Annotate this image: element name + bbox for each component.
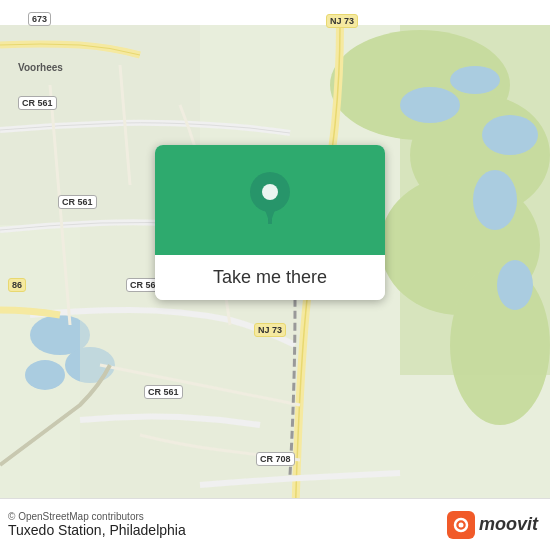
svg-point-7 (450, 66, 500, 94)
bottom-info: © OpenStreetMap contributors Tuxedo Stat… (8, 511, 186, 538)
svg-point-13 (25, 360, 65, 390)
road-label-cr708: CR 708 (256, 452, 295, 466)
place-label-voorhees: Voorhees (18, 62, 63, 73)
road-label-cr561-2: CR 561 (58, 195, 97, 209)
road-label-673: 673 (28, 12, 51, 26)
bottom-bar: © OpenStreetMap contributors Tuxedo Stat… (0, 498, 550, 550)
svg-point-20 (458, 522, 463, 527)
card-label-section: Take me there (155, 255, 385, 300)
moovit-logo[interactable]: moovit (447, 511, 538, 539)
card-map-section (155, 145, 385, 255)
svg-point-10 (497, 260, 533, 310)
svg-point-6 (400, 87, 460, 123)
road-label-nj73-mid: NJ 73 (254, 323, 286, 337)
road-label-nj73-top: NJ 73 (326, 14, 358, 28)
location-pin (247, 172, 293, 228)
svg-point-17 (262, 184, 278, 200)
moovit-brand-text: moovit (479, 514, 538, 535)
road-label-cr561-4: CR 561 (144, 385, 183, 399)
take-me-card[interactable]: Take me there (155, 145, 385, 300)
moovit-icon (447, 511, 475, 539)
road-label-cr561-1: CR 561 (18, 96, 57, 110)
road-label-86: 86 (8, 278, 26, 292)
osm-attribution: © OpenStreetMap contributors (8, 511, 186, 522)
svg-marker-18 (265, 210, 275, 224)
take-me-there-label: Take me there (213, 267, 327, 287)
svg-point-8 (482, 115, 538, 155)
location-title: Tuxedo Station, Philadelphia (8, 522, 186, 538)
map-container: 673 NJ 73 CR 561 CR 561 86 CR 561 NJ 73 … (0, 0, 550, 550)
svg-point-9 (473, 170, 517, 230)
